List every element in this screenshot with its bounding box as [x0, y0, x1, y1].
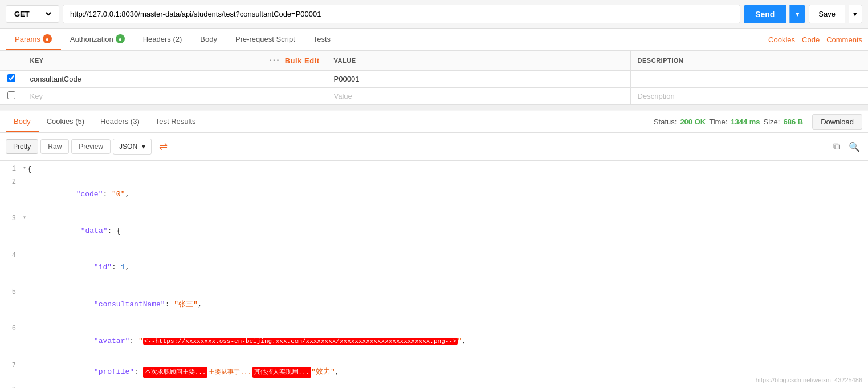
line-1: 1 ▾ {: [0, 163, 868, 176]
line-3: 3 ▾ "data": {: [0, 213, 868, 249]
response-area: Body Cookies (5) Headers (3) Test Result…: [0, 110, 868, 388]
json-code-area: 1 ▾ { 2 "code": "0", 3 ▾ "data": { 4 "id…: [0, 161, 868, 388]
send-dropdown-button[interactable]: ▾: [789, 5, 805, 23]
tab-authorization[interactable]: Authorization ●: [61, 29, 134, 50]
res-tab-body[interactable]: Body: [6, 111, 39, 132]
param-value-1[interactable]: P00001: [327, 71, 630, 88]
format-chevron: ▾: [142, 143, 145, 151]
redacted-avatar: <--https://xxxxxxxx.oss-cn-beijing.xxx.c…: [143, 338, 458, 345]
copy-icon[interactable]: ⧉: [831, 139, 842, 154]
line-7: 7 "profile": 本次求职顾问主要... 主要从事于... 其他招人实现…: [0, 360, 868, 385]
response-status-bar: Status: 200 OK Time: 1344 ms Size: 686 B…: [654, 114, 862, 130]
response-format-bar: Pretty Raw Preview JSON JSON XML HTML Te…: [0, 133, 868, 161]
col-checkbox: [0, 51, 23, 71]
comments-link[interactable]: Comments: [826, 35, 862, 44]
line-4: 4 "id": 1,: [0, 250, 868, 286]
bulk-edit-button[interactable]: Bulk Edit: [285, 56, 320, 65]
tab-pre-request-script[interactable]: Pre-request Script: [226, 29, 304, 50]
cookies-link[interactable]: Cookies: [768, 35, 795, 44]
param-desc-1[interactable]: [630, 71, 868, 88]
tab-tests[interactable]: Tests: [304, 29, 340, 50]
response-tabs-bar: Body Cookies (5) Headers (3) Test Result…: [0, 111, 868, 133]
url-input[interactable]: [63, 5, 740, 23]
param-checkbox-new[interactable]: [0, 88, 23, 105]
res-tab-test-results[interactable]: Test Results: [148, 111, 204, 132]
tab-headers[interactable]: Headers (2): [134, 29, 191, 50]
format-type-selector[interactable]: JSON JSON XML HTML Text ▾: [113, 139, 152, 155]
request-tabs: Params ● Authorization ● Headers (2) Bod…: [0, 29, 868, 51]
top-bar: GET POST PUT DELETE Send ▾ Save ▾: [0, 0, 868, 29]
redacted-profile-1: 本次求职顾问主要...: [143, 367, 208, 378]
size-label: Size:: [764, 118, 780, 126]
redacted-profile-2: 其他招人实现用...: [252, 367, 311, 378]
section-divider: [0, 105, 868, 110]
line-8: 8 "status": 1: [0, 385, 868, 388]
line-2: 2 "code": "0",: [0, 176, 868, 213]
param-key-new[interactable]: Key: [23, 88, 327, 105]
param-key-1[interactable]: consultantCode: [23, 71, 327, 88]
response-icon-group: ⧉ 🔍: [831, 139, 862, 155]
param-desc-new[interactable]: Description: [630, 88, 868, 105]
line-5: 5 "consultantName": "张三",: [0, 286, 868, 323]
params-table: KEY ··· Bulk Edit VALUE DESCRIPTION co: [0, 51, 868, 105]
col-description: DESCRIPTION: [630, 51, 868, 71]
collapse-3[interactable]: ▾: [23, 213, 26, 223]
tab-body[interactable]: Body: [191, 29, 226, 50]
tab-right-links: Cookies Code Comments: [768, 35, 862, 44]
method-dropdown[interactable]: GET POST PUT DELETE: [12, 9, 53, 19]
tab-params[interactable]: Params ●: [6, 29, 61, 50]
status-label: Status:: [654, 118, 677, 126]
time-label: Time:: [709, 118, 727, 126]
auth-badge: ●: [116, 34, 125, 43]
params-badge: ●: [43, 34, 52, 43]
size-value: 686 B: [783, 118, 803, 126]
param-checkbox-1[interactable]: [0, 71, 23, 88]
search-icon[interactable]: 🔍: [846, 139, 862, 155]
save-button[interactable]: Save: [809, 5, 845, 23]
method-selector[interactable]: GET POST PUT DELETE: [6, 5, 59, 23]
wrap-button[interactable]: ⇌: [156, 138, 170, 156]
collapse-1[interactable]: ▾: [23, 164, 26, 173]
param-row-placeholder: Key Value Description: [0, 88, 868, 105]
param-value-new[interactable]: Value: [327, 88, 630, 105]
code-link[interactable]: Code: [802, 35, 820, 44]
time-value: 1344 ms: [731, 118, 760, 126]
res-tab-headers[interactable]: Headers (3): [92, 111, 148, 132]
fmt-tab-preview[interactable]: Preview: [71, 139, 111, 154]
params-area: KEY ··· Bulk Edit VALUE DESCRIPTION co: [0, 51, 868, 105]
params-menu[interactable]: ···: [269, 55, 280, 66]
save-dropdown-button[interactable]: ▾: [849, 5, 862, 23]
fmt-tab-pretty[interactable]: Pretty: [6, 139, 38, 154]
watermark: https://blog.csdn.net/weixin_43225486: [756, 377, 862, 383]
param-row-1: consultantCode P00001: [0, 71, 868, 88]
col-key: KEY ··· Bulk Edit: [23, 51, 327, 71]
line-6: 6 "avatar": "<--https://xxxxxxxx.oss-cn-…: [0, 323, 868, 359]
download-button[interactable]: Download: [812, 114, 862, 130]
send-button[interactable]: Send: [744, 5, 786, 23]
fmt-tab-raw[interactable]: Raw: [40, 139, 69, 154]
status-value: 200 OK: [680, 118, 706, 126]
col-value: VALUE: [327, 51, 630, 71]
res-tab-cookies[interactable]: Cookies (5): [39, 111, 92, 132]
